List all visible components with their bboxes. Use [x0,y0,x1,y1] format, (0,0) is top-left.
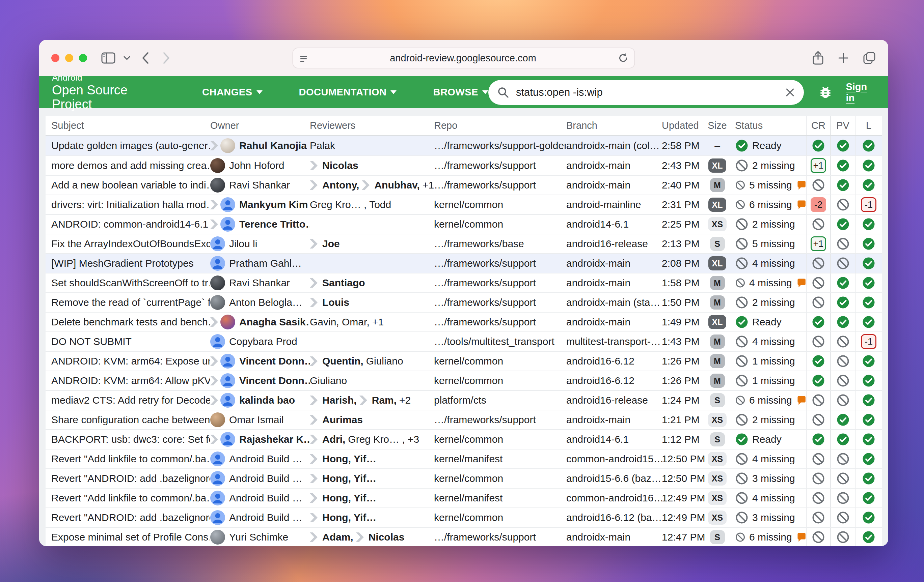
subject-cell[interactable]: Set shouldScanWithScreenOff to tr… [46,277,210,289]
reviewer[interactable]: Hong, [310,492,351,504]
table-row[interactable]: DO NOT SUBMIT Copybara Prod …/tools/mult… [46,332,882,351]
subject-cell[interactable]: Fix the ArrayIndexOutOfBoundsExc… [46,238,210,250]
reviewer[interactable]: Antony, [310,179,359,191]
reviewers-cell[interactable]: Nicolas [310,160,434,171]
reviewer-name[interactable]: +2 [399,395,411,406]
branch-cell[interactable]: android-mainline [566,199,662,210]
owner-name[interactable]: Vincent Donn… [239,355,310,367]
repo-cell[interactable]: …/frameworks/support [434,531,566,543]
table-row[interactable]: ANDROID: KVM: arm64: Allow pKV… Vincent … [46,371,882,390]
branch-cell[interactable]: androidx-main [566,179,662,191]
subject-cell[interactable]: drivers: virt: Initialization halla mod… [46,199,210,210]
branch-cell[interactable]: multitest-transport-… [566,336,662,347]
branch-cell[interactable]: android14-6.1 [566,434,662,445]
reviewers-cell[interactable]: Hong,Yif… [310,473,434,484]
clear-search-icon[interactable] [785,87,795,97]
site-logo[interactable]: Android Open Source Project [52,73,162,111]
reviewers-cell[interactable]: Adri,Greg Kro… , +3 [310,434,434,445]
owner-name[interactable]: Rajashekar K… [239,434,310,445]
reload-icon[interactable] [618,53,629,63]
owner-cell[interactable]: Rajashekar K… [210,432,310,447]
reader-icon[interactable] [299,53,308,63]
table-row[interactable]: Add a new boolean variable to indi… Ravi… [46,175,882,194]
owner-name[interactable]: Terence Tritto… [239,219,310,230]
column-header-repo[interactable]: Repo [434,120,566,131]
column-header-cr[interactable]: CR [806,116,830,135]
reviewer-name[interactable]: Yif… [354,473,376,484]
reviewer-name[interactable]: Antony, [322,179,359,191]
reviewer[interactable]: Aurimas [310,414,363,426]
table-row[interactable]: Set shouldScanWithScreenOff to tr… Ravi … [46,273,882,293]
owner-cell[interactable]: Rahul Kanojia [210,138,310,153]
subject-cell[interactable]: DO NOT SUBMIT [46,336,210,347]
sidebar-icon[interactable] [101,52,116,64]
owner-name[interactable]: Vincent Donn… [239,375,310,386]
reviewers-cell[interactable]: Hong,Yif… [310,512,434,523]
branch-cell[interactable]: androidx-main (col… [566,140,662,151]
subject-cell[interactable]: mediav2 CTS: Add retry for Decode… [46,395,210,406]
owner-cell[interactable]: Copybara Prod [210,334,310,349]
column-header-updated[interactable]: Updated [662,120,706,131]
subject-cell[interactable]: Remove the read of `currentPage` f… [46,297,210,308]
reviewer[interactable]: Palak [310,140,335,151]
reviewer[interactable]: Adam, [310,531,353,543]
owner-name[interactable]: Pratham Gahl… [229,258,302,269]
owner-name[interactable]: Mankyum Kim [239,199,308,210]
reviewer-name[interactable]: Greg Kro… , +3 [348,434,419,445]
table-row[interactable]: Update golden images (auto-gener… Rahul … [46,136,882,155]
branch-cell[interactable]: android16-release [566,395,662,406]
subject-cell[interactable]: Revert "ANDROID: add .bazelignore … [46,512,210,523]
table-row[interactable]: BACKPORT: usb: dwc3: core: Set fo… Rajas… [46,429,882,449]
reviewer-name[interactable]: Nicolas [322,160,358,171]
owner-cell[interactable]: Omar Ismail [210,413,310,427]
reviewer[interactable]: Nicolas [356,531,404,543]
owner-name[interactable]: Copybara Prod [229,336,297,347]
table-row[interactable]: more demos and add missing crea… John Ho… [46,155,882,175]
repo-cell[interactable]: …/frameworks/support [434,414,566,426]
repo-cell[interactable]: …/frameworks/support [434,297,566,308]
reviewer-name[interactable]: Louis [322,297,349,308]
column-header-reviewers[interactable]: Reviewers [310,120,434,131]
subject-cell[interactable]: more demos and add missing crea… [46,160,210,171]
repo-cell[interactable]: kernel/common [434,512,566,523]
owner-name[interactable]: Yuri Schimke [229,531,288,543]
table-row[interactable]: ANDROID: common-android14-6.1 … Terence … [46,214,882,233]
owner-cell[interactable]: Yuri Schimke [210,530,310,544]
reviewer[interactable]: Giuliano [310,375,347,386]
owner-cell[interactable]: Android Build … [210,471,310,486]
repo-cell[interactable]: kernel/manifest [434,453,566,465]
reviewer[interactable]: Hong, [310,453,351,465]
reviewers-cell[interactable]: Adam,Nicolas [310,531,434,543]
repo-cell[interactable]: kernel/common [434,434,566,445]
branch-cell[interactable]: android16-6.12 [566,375,662,386]
reviewer-name[interactable]: Adri, [322,434,345,445]
reviewer[interactable]: Hong, [310,473,351,484]
table-row[interactable]: mediav2 CTS: Add retry for Decode… kalin… [46,390,882,410]
branch-cell[interactable]: android16-6.12 (ba… [566,512,662,523]
table-row[interactable]: [WIP] MeshGradient Prototypes Pratham Ga… [46,253,882,273]
repo-cell[interactable]: kernel/common [434,375,566,386]
reviewer[interactable]: Giuliano [366,355,403,367]
reviewer[interactable]: Yif… [354,492,376,504]
owner-cell[interactable]: Ravi Shankar [210,178,310,192]
reviewer-name[interactable]: Greg Kro… , Todd [310,199,391,210]
reviewer[interactable]: +1 [422,179,434,191]
reviewer-name[interactable]: Yif… [354,512,376,523]
owner-cell[interactable]: Android Build … [210,491,310,505]
reviewer[interactable]: Yif… [354,512,376,523]
reviewer[interactable]: Ram, [360,395,396,406]
reviewer-name[interactable]: Adam, [322,531,353,543]
reviewer-name[interactable]: Hong, [322,453,351,465]
repo-cell[interactable]: kernel/common [434,219,566,230]
owner-cell[interactable]: kalinda bao [210,393,310,408]
menu-changes[interactable]: CHANGES [202,87,262,98]
tab-overview-icon[interactable] [863,51,876,65]
column-header-status[interactable]: Status [728,120,806,131]
repo-cell[interactable]: kernel/common [434,473,566,484]
reviewers-cell[interactable]: Santiago [310,277,434,289]
reviewer-name[interactable]: Yif… [354,453,376,465]
branch-cell[interactable]: android15-6.6 (baz… [566,473,662,484]
menu-browse[interactable]: BROWSE [433,87,488,98]
subject-cell[interactable]: Revert "ANDROID: add .bazelignore … [46,473,210,484]
subject-cell[interactable]: BACKPORT: usb: dwc3: core: Set fo… [46,434,210,445]
